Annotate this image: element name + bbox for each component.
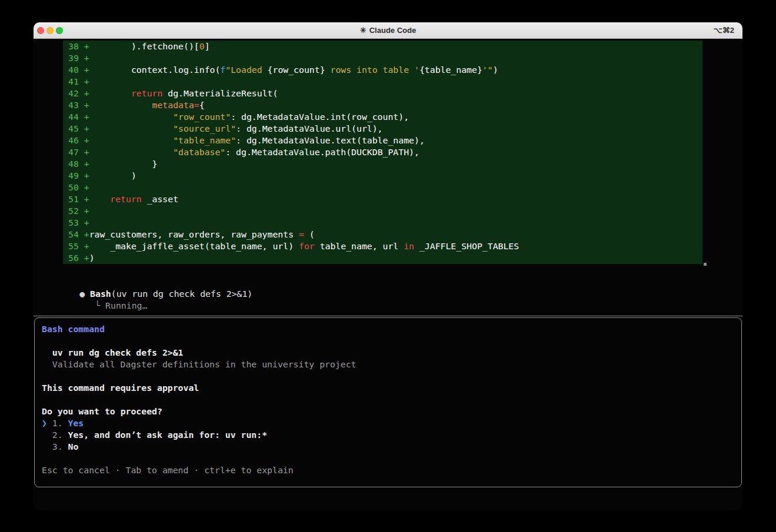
code-token-plain: ) [89,170,136,180]
code-token-keyword: return [131,88,162,98]
diff-line-gutter: 55 + [68,241,89,251]
diff-line: 51 + return _asset [68,193,702,205]
code-token-plain: : dg.MetadataValue.url(url), [236,123,382,133]
separator-line [34,316,742,316]
code-token-number: 0 [199,41,205,51]
diff-line-gutter: 46 + [68,135,89,145]
code-token-plain: ] [205,41,210,51]
dialog-option-1[interactable]: ❯1.Yes [42,417,734,429]
diff-line-gutter: 51 + [68,194,89,204]
code-token-plain: dg.MaterializeResult( [162,88,278,98]
tool-status-text: Running… [105,300,147,310]
claude-code-window: ✳Claude Code ⌥⌘2 38 + ).fetchone()[0]39 … [34,22,742,510]
traffic-lights [34,27,63,34]
code-token-plain [89,112,174,122]
code-token-plain [89,147,174,157]
diff-line: 49 + ) [68,170,702,182]
option-label: Yes, and don’t ask again for: uv run:* [68,430,268,440]
dialog-command: uv run dg check defs 2>&1 [42,347,734,359]
dialog-title: Bash command [42,323,734,335]
tool-call: ●Bash(uv run dg check defs 2>&1) └Runnin… [38,276,742,300]
diff-line-gutter: 53 + [68,218,89,227]
diff-line: 43 + metadata={ [68,99,702,111]
option-label: No [68,441,79,451]
diff-line-gutter: 40 + [68,65,89,75]
diff-line: 53 + [68,217,702,229]
permission-dialog: Bash command uv run dg check defs 2>&1 V… [34,317,742,487]
diff-line: 40 + context.log.info(f"Loaded {row_coun… [68,64,702,76]
code-token-string: "table_name" [173,135,236,145]
diff-line-gutter: 47 + [68,147,89,157]
diff-line-gutter: 54 + [68,229,89,239]
code-token-plain [89,88,131,98]
diff-line: 54 +raw_customers, raw_orders, raw_payme… [68,229,702,240]
window-titlebar[interactable]: ✳Claude Code ⌥⌘2 [34,22,742,39]
diff-line-gutter: 44 + [68,112,89,122]
code-token-keyword: in [404,241,414,251]
code-token-plain: _JAFFLE_SHOP_TABLES [414,241,519,251]
diff-line: 55 + _make_jaffle_asset(table_name, url)… [68,240,702,252]
tool-call-line: ●Bash(uv run dg check defs 2>&1) [38,276,742,288]
code-token-plain: table_name, url [315,241,404,251]
diff-line-gutter: 38 + [68,41,89,51]
code-token-plain: {row_count} [268,65,325,75]
code-token-plain: ) [493,65,498,75]
option-label: Yes [68,418,84,428]
code-token-string: "source_url" [173,123,236,133]
status-branch-icon: └ [95,300,105,312]
code-token-plain: : dg.MetadataValue.int(row_count), [231,112,409,122]
diff-line-gutter: 50 + [68,182,89,192]
code-token-fstring: f [220,65,225,75]
code-token-plain: context.log.info( [89,65,221,75]
diff-line: 48 + } [68,158,702,170]
options-list: ❯1.Yes2.Yes, and don’t ask again for: uv… [42,417,734,453]
tool-args: (uv run dg check defs 2>&1) [111,289,253,299]
code-token-plain [89,194,111,204]
diff-block: 38 + ).fetchone()[0]39 +40 + context.log… [63,41,702,264]
dialog-option-2[interactable]: 2.Yes, and don’t ask again for: uv run:* [42,429,734,441]
diff-line: 39 + [68,52,702,64]
tool-bullet-icon: ● [79,288,90,300]
diff-line: 52 + [68,205,702,217]
window-shortcut-hint: ⌥⌘2 [714,26,742,35]
code-token-keyword: for [299,241,315,251]
option-number: 1. [52,417,68,429]
dialog-footer-hints: Esc to cancel · Tab to amend · ctrl+e to… [42,464,734,476]
selection-pointer-icon: ❯ [42,417,52,429]
diff-line: 56 +) [68,252,702,264]
diff-line: 45 + "source_url": dg.MetadataValue.url(… [68,123,702,135]
proceed-question: Do you want to proceed? [42,406,734,417]
window-title: ✳Claude Code [34,26,742,35]
dialog-option-3[interactable]: 3.No [42,441,734,453]
diff-line: 47 + "database": dg.MetadataValue.path(D… [68,146,702,158]
code-token-string: "Loaded [225,65,267,75]
terminal-content: 38 + ).fetchone()[0]39 +40 + context.log… [34,39,742,510]
code-token-plain [89,135,174,145]
code-token-string: rows into table ' [325,65,419,75]
code-token-string: "database" [173,147,225,157]
diff-line-gutter: 48 + [68,159,89,169]
approval-required-text: This command requires approval [42,382,734,394]
code-token-keyword: = [194,100,199,110]
close-button[interactable] [37,27,44,34]
claude-code-spark-icon: ✳ [360,26,367,35]
code-token-plain: ( [304,229,315,239]
code-token-string: '" [482,65,493,75]
diff-line: 42 + return dg.MaterializeResult( [68,88,702,99]
code-token-plain: : dg.MetadataValue.path(DUCKDB_PATH), [225,147,419,157]
tool-name: Bash [90,289,111,299]
diff-line: 50 + [68,182,702,193]
code-token-plain: : dg.MetadataValue.text(table_name), [236,135,425,145]
code-token-plain: } [89,159,158,169]
code-token-plain: {table_name} [419,65,482,75]
minimize-button[interactable] [46,27,54,34]
scrollbar-dot[interactable] [704,263,707,266]
code-token-keyword: return [110,194,141,204]
option-number: 2. [52,429,68,441]
diff-line: 44 + "row_count": dg.MetadataValue.int(r… [68,111,702,123]
code-token-plain: _asset [142,194,178,204]
zoom-button[interactable] [56,27,63,34]
code-token-plain: { [199,100,205,110]
diff-line-gutter: 45 + [68,123,89,133]
code-token-plain [89,100,152,110]
